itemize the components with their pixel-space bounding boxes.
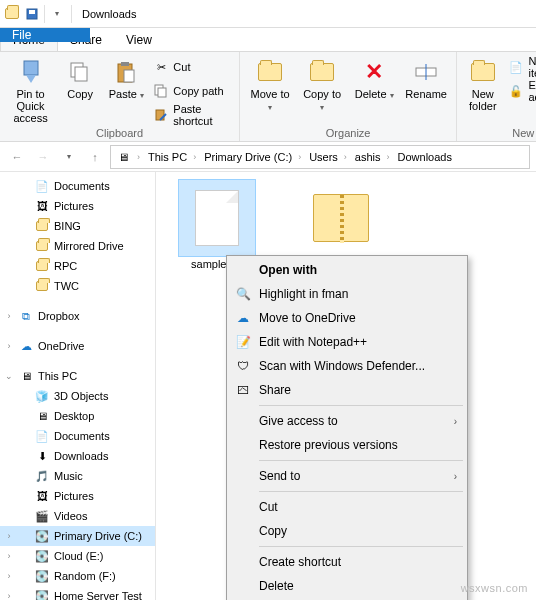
paste-icon — [112, 58, 140, 86]
tree-random-f[interactable]: ›💽Random (F:) — [0, 566, 155, 586]
fman-icon: 🔍 — [235, 286, 251, 302]
breadcrumb[interactable]: 🖥 › This PC› Primary Drive (C:)› Users› … — [110, 145, 530, 169]
onedrive-icon: ☁ — [235, 310, 251, 326]
crumb-downloads[interactable]: Downloads — [392, 151, 456, 163]
move-to-button[interactable]: Move to ▾ — [246, 56, 294, 114]
tree-documents[interactable]: 📄Documents — [0, 176, 155, 196]
tab-file[interactable]: File — [0, 28, 90, 42]
ctx-open-with[interactable]: Open with — [229, 258, 465, 282]
tree-onedrive[interactable]: ›☁OneDrive — [0, 336, 155, 356]
ctx-separator — [259, 546, 463, 547]
ctx-defender[interactable]: 🛡Scan with Windows Defender... — [229, 354, 465, 378]
group-label-clipboard: Clipboard — [6, 126, 233, 141]
ctx-create-shortcut[interactable]: Create shortcut — [229, 550, 465, 574]
paste-shortcut-button[interactable]: Paste shortcut — [151, 104, 233, 126]
ctx-move-onedrive[interactable]: ☁Move to OneDrive — [229, 306, 465, 330]
tree-music[interactable]: 🎵Music — [0, 466, 155, 486]
tree-pictures-pc[interactable]: 🖼Pictures — [0, 486, 155, 506]
watermark: wsxwsn.com — [461, 582, 528, 594]
ctx-notepad[interactable]: 📝Edit with Notepad++ — [229, 330, 465, 354]
chevron-right-icon: › — [454, 471, 457, 482]
delete-button[interactable]: ✕ Delete ▾ — [350, 56, 398, 102]
crumb-ashis[interactable]: ashis — [349, 151, 385, 163]
crumb-primary-drive[interactable]: Primary Drive (C:) — [198, 151, 296, 163]
rename-icon — [412, 58, 440, 86]
svg-rect-7 — [124, 70, 134, 82]
notepad-icon: 📝 — [235, 334, 251, 350]
group-label-new: New — [463, 126, 536, 141]
ctx-restore[interactable]: Restore previous versions — [229, 433, 465, 457]
new-folder-icon — [469, 58, 497, 86]
svg-rect-2 — [24, 61, 38, 75]
easy-access-button[interactable]: 🔓 Easy access▾ — [506, 80, 536, 102]
tree-rpc[interactable]: RPC — [0, 256, 155, 276]
tree-mirrored[interactable]: Mirrored Drive — [0, 236, 155, 256]
crumb-users[interactable]: Users — [303, 151, 342, 163]
ctx-share[interactable]: ⮹Share — [229, 378, 465, 402]
tree-bing[interactable]: BING — [0, 216, 155, 236]
ctx-delete[interactable]: Delete — [229, 574, 465, 598]
rename-button[interactable]: Rename — [402, 56, 450, 102]
tree-downloads[interactable]: ⬇Downloads — [0, 446, 155, 466]
new-item-button[interactable]: 📄 New item▾ — [506, 56, 536, 78]
share-icon: ⮹ — [235, 382, 251, 398]
ribbon-tabs: File Home Share View — [0, 28, 536, 52]
cut-button[interactable]: ✂ Cut — [151, 56, 233, 78]
tree-home-server[interactable]: ›💽Home Server Test — [0, 586, 155, 600]
svg-rect-4 — [75, 67, 87, 81]
ctx-copy[interactable]: Copy — [229, 519, 465, 543]
tree-videos[interactable]: 🎬Videos — [0, 506, 155, 526]
ctx-fman[interactable]: 🔍Highlight in fman — [229, 282, 465, 306]
tree-documents-pc[interactable]: 📄Documents — [0, 426, 155, 446]
copy-to-icon — [308, 58, 336, 86]
new-item-icon: 📄 — [508, 59, 524, 75]
copy-button[interactable]: Copy — [59, 56, 101, 102]
shield-icon: 🛡 — [235, 358, 251, 374]
tree-primary-drive[interactable]: ›💽Primary Drive (C:) — [0, 526, 155, 546]
tree-cloud-e[interactable]: ›💽Cloud (E:) — [0, 546, 155, 566]
file-icon — [195, 190, 239, 246]
navigation-tree[interactable]: 📄Documents 🖼Pictures BING Mirrored Drive… — [0, 172, 156, 600]
ctx-separator — [259, 460, 463, 461]
easy-access-icon: 🔓 — [508, 83, 524, 99]
tree-desktop[interactable]: 🖥Desktop — [0, 406, 155, 426]
scissors-icon: ✂ — [153, 59, 169, 75]
nav-recent-button[interactable]: ▾ — [58, 146, 80, 168]
pin-to-quick-access-button[interactable]: Pin to Quick access — [6, 56, 55, 126]
svg-rect-6 — [121, 62, 129, 66]
folder-icon — [4, 6, 20, 22]
group-clipboard: Pin to Quick access Copy Paste ▾ ✂ Cut C… — [0, 52, 240, 141]
nav-forward-button[interactable]: → — [32, 146, 54, 168]
window-title: Downloads — [78, 8, 136, 20]
copy-path-button[interactable]: Copy path — [151, 80, 233, 102]
qat-dropdown-icon[interactable]: ▾ — [49, 6, 65, 22]
nav-up-button[interactable]: ↑ — [84, 146, 106, 168]
group-organize: Move to ▾ Copy to ▾ ✕ Delete ▾ Rename Or… — [240, 52, 457, 141]
pin-icon — [17, 58, 45, 86]
tree-twc[interactable]: TWC — [0, 276, 155, 296]
context-menu: Open with 🔍Highlight in fman ☁Move to On… — [226, 255, 468, 600]
ctx-give-access[interactable]: Give access to› — [229, 409, 465, 433]
tree-3d-objects[interactable]: 🧊3D Objects — [0, 386, 155, 406]
paste-shortcut-icon — [153, 107, 169, 123]
paste-button[interactable]: Paste ▾ — [105, 56, 147, 102]
tree-dropbox[interactable]: ›⧉Dropbox — [0, 306, 155, 326]
quick-access-save-icon[interactable] — [24, 6, 40, 22]
crumb-this-pc[interactable]: This PC — [142, 151, 191, 163]
ribbon: Pin to Quick access Copy Paste ▾ ✂ Cut C… — [0, 52, 536, 142]
group-label-organize: Organize — [246, 126, 450, 141]
ctx-send-to[interactable]: Send to› — [229, 464, 465, 488]
copy-to-button[interactable]: Copy to ▾ — [298, 56, 346, 114]
tab-view[interactable]: View — [114, 28, 164, 51]
copy-icon — [66, 58, 94, 86]
delete-icon: ✕ — [360, 58, 388, 86]
title-bar: ▾ Downloads — [0, 0, 536, 28]
new-folder-button[interactable]: New folder — [463, 56, 502, 114]
copy-path-icon — [153, 83, 169, 99]
ctx-separator — [259, 491, 463, 492]
nav-back-button[interactable]: ← — [6, 146, 28, 168]
ctx-cut[interactable]: Cut — [229, 495, 465, 519]
tree-pictures[interactable]: 🖼Pictures — [0, 196, 155, 216]
chevron-right-icon: › — [454, 416, 457, 427]
tree-this-pc[interactable]: ⌄🖥This PC — [0, 366, 155, 386]
